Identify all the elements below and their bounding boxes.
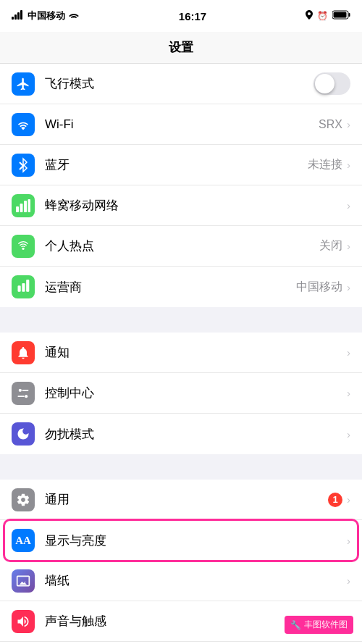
- svg-rect-5: [334, 12, 347, 18]
- svg-rect-1: [14, 14, 17, 20]
- settings-container: 飞行模式 Wi-Fi SRX ›: [0, 64, 362, 644]
- svg-rect-0: [12, 17, 14, 20]
- section-system: 通知 › 控制中心 › 勿扰模式 ›: [0, 333, 362, 454]
- hotspot-icon: [12, 235, 35, 258]
- row-wifi[interactable]: Wi-Fi SRX ›: [0, 104, 362, 145]
- hotspot-chevron: ›: [347, 240, 350, 252]
- hotspot-value: 关闭: [319, 238, 342, 254]
- bluetooth-chevron: ›: [347, 159, 350, 171]
- bluetooth-label: 蓝牙: [45, 156, 308, 173]
- toggle-knob: [315, 74, 334, 93]
- display-highlighted-wrapper: AA 显示与亮度 ›: [0, 520, 362, 561]
- status-right: ⏰: [306, 10, 350, 22]
- notifications-icon: [12, 341, 35, 364]
- watermark-text: 丰图软件图: [304, 619, 348, 631]
- svg-rect-15: [18, 396, 25, 397]
- cellular-chevron: ›: [347, 199, 350, 212]
- wallpaper-label: 墙纸: [45, 572, 347, 589]
- general-label: 通用: [45, 491, 328, 508]
- carrier-label: 中国移动: [28, 9, 65, 22]
- carrier-chevron: ›: [347, 281, 350, 293]
- bluetooth-value: 未连接: [308, 157, 342, 172]
- donotdisturb-label: 勿扰模式: [45, 426, 347, 443]
- carrier-value: 中国移动: [296, 280, 342, 295]
- svg-rect-3: [20, 10, 22, 20]
- nav-bar: 设置: [0, 32, 362, 64]
- donotdisturb-chevron: ›: [347, 428, 350, 440]
- signal-bars: [12, 10, 25, 22]
- general-badge: 1: [328, 493, 342, 507]
- bluetooth-icon: [12, 154, 35, 177]
- section-gap-2: [0, 454, 362, 480]
- status-left: 中国移动: [12, 9, 80, 22]
- wallpaper-chevron: ›: [347, 574, 350, 587]
- svg-rect-10: [28, 199, 31, 212]
- row-airplane[interactable]: 飞行模式: [0, 64, 362, 104]
- alarm-icon: ⏰: [317, 11, 328, 21]
- svg-rect-7: [16, 206, 19, 212]
- section-connectivity: 飞行模式 Wi-Fi SRX ›: [0, 64, 362, 307]
- row-carrier[interactable]: 运营商 中国移动 ›: [0, 267, 362, 307]
- svg-rect-9: [24, 201, 27, 212]
- airplane-label: 飞行模式: [45, 75, 313, 92]
- row-wallpaper[interactable]: 墙纸 ›: [0, 561, 362, 601]
- donotdisturb-icon: [12, 422, 35, 446]
- wallpaper-icon: [12, 569, 35, 593]
- svg-rect-8: [20, 204, 23, 212]
- row-cellular[interactable]: 蜂窝移动网络 ›: [0, 185, 362, 226]
- hotspot-label: 个人热点: [45, 238, 319, 254]
- location-icon: [306, 10, 313, 22]
- display-icon: AA: [12, 529, 35, 552]
- row-bluetooth[interactable]: 蓝牙 未连接 ›: [0, 145, 362, 185]
- wifi-label: Wi-Fi: [45, 117, 319, 132]
- wifi-status-icon: [68, 11, 80, 22]
- control-label: 控制中心: [45, 385, 347, 401]
- status-time: 16:17: [179, 10, 206, 22]
- cellular-icon: [12, 194, 35, 217]
- svg-rect-6: [349, 13, 350, 17]
- carrier-label: 运营商: [45, 279, 296, 296]
- general-icon: [12, 488, 35, 511]
- wifi-chevron: ›: [347, 118, 350, 130]
- general-chevron: ›: [347, 493, 350, 506]
- section-gap-1: [0, 307, 362, 333]
- row-display[interactable]: AA 显示与亮度 ›: [0, 520, 362, 561]
- sound-icon: [12, 610, 35, 633]
- row-general[interactable]: 通用 1 ›: [0, 480, 362, 520]
- status-bar: 中国移动 16:17 ⏰: [0, 0, 362, 32]
- display-label: 显示与亮度: [45, 532, 347, 549]
- display-chevron: ›: [347, 535, 350, 547]
- svg-point-14: [25, 395, 28, 398]
- svg-rect-13: [22, 390, 28, 391]
- battery-icon: [332, 10, 350, 22]
- watermark: 🔧 丰图软件图: [285, 616, 353, 634]
- page-title: 设置: [169, 39, 193, 56]
- cellular-label: 蜂窝移动网络: [45, 197, 347, 214]
- control-chevron: ›: [347, 387, 350, 399]
- row-donotdisturb[interactable]: 勿扰模式 ›: [0, 414, 362, 454]
- svg-point-12: [19, 388, 22, 391]
- airplane-toggle[interactable]: [313, 72, 350, 95]
- carrier-icon: [12, 275, 35, 298]
- wifi-value: SRX: [319, 118, 342, 131]
- wifi-icon: [12, 113, 35, 136]
- watermark-icon: 🔧: [290, 620, 301, 630]
- control-icon: [12, 382, 35, 405]
- row-control[interactable]: 控制中心 ›: [0, 373, 362, 414]
- row-hotspot[interactable]: 个人热点 关闭 ›: [0, 226, 362, 267]
- display-icon-text: AA: [15, 535, 31, 547]
- row-notifications[interactable]: 通知 ›: [0, 333, 362, 373]
- notifications-chevron: ›: [347, 346, 350, 359]
- notifications-label: 通知: [45, 344, 347, 361]
- airplane-icon: [12, 72, 35, 96]
- svg-point-11: [22, 247, 24, 249]
- svg-rect-2: [17, 12, 20, 20]
